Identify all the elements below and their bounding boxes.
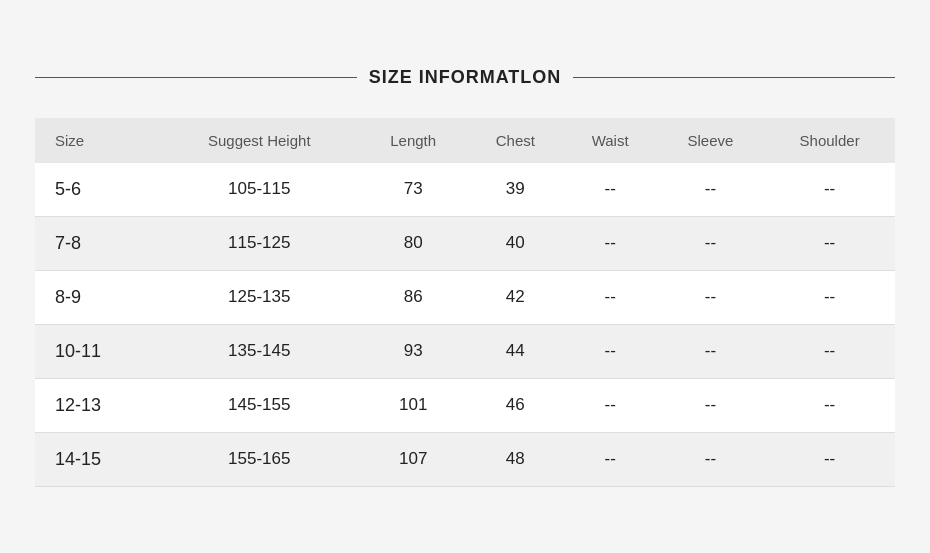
cell-1-3: 40: [467, 216, 564, 270]
page-title: SIZE INFORMATLON: [369, 67, 562, 88]
table-header: SizeSuggest HeightLengthChestWaistSleeve…: [35, 118, 895, 163]
table-row: 5-6105-1157339------: [35, 163, 895, 217]
cell-3-2: 93: [359, 324, 467, 378]
table-row: 8-9125-1358642------: [35, 270, 895, 324]
header-col-1: Suggest Height: [159, 118, 359, 163]
table-row: 10-11135-1459344------: [35, 324, 895, 378]
table-row: 7-8115-1258040------: [35, 216, 895, 270]
cell-5-4: --: [564, 432, 657, 486]
table-row: 12-13145-15510146------: [35, 378, 895, 432]
cell-5-0: 14-15: [35, 432, 159, 486]
cell-1-1: 115-125: [159, 216, 359, 270]
cell-3-0: 10-11: [35, 324, 159, 378]
cell-0-3: 39: [467, 163, 564, 217]
cell-2-4: --: [564, 270, 657, 324]
cell-5-1: 155-165: [159, 432, 359, 486]
cell-0-6: --: [764, 163, 895, 217]
cell-4-5: --: [657, 378, 765, 432]
cell-2-1: 125-135: [159, 270, 359, 324]
cell-4-3: 46: [467, 378, 564, 432]
cell-3-1: 135-145: [159, 324, 359, 378]
cell-5-5: --: [657, 432, 765, 486]
cell-3-3: 44: [467, 324, 564, 378]
cell-4-6: --: [764, 378, 895, 432]
cell-4-1: 145-155: [159, 378, 359, 432]
cell-2-2: 86: [359, 270, 467, 324]
header-col-5: Sleeve: [657, 118, 765, 163]
cell-1-4: --: [564, 216, 657, 270]
cell-3-4: --: [564, 324, 657, 378]
cell-2-0: 8-9: [35, 270, 159, 324]
cell-5-2: 107: [359, 432, 467, 486]
header-col-0: Size: [35, 118, 159, 163]
cell-2-3: 42: [467, 270, 564, 324]
cell-0-2: 73: [359, 163, 467, 217]
cell-1-6: --: [764, 216, 895, 270]
cell-1-5: --: [657, 216, 765, 270]
title-line-right: [573, 77, 895, 78]
header-row: SizeSuggest HeightLengthChestWaistSleeve…: [35, 118, 895, 163]
title-wrapper: SIZE INFORMATLON: [35, 67, 895, 88]
cell-0-0: 5-6: [35, 163, 159, 217]
main-container: SIZE INFORMATLON SizeSuggest HeightLengt…: [15, 37, 915, 517]
header-col-2: Length: [359, 118, 467, 163]
title-line-left: [35, 77, 357, 78]
cell-3-5: --: [657, 324, 765, 378]
table-body: 5-6105-1157339------7-8115-1258040------…: [35, 163, 895, 487]
cell-3-6: --: [764, 324, 895, 378]
header-col-6: Shoulder: [764, 118, 895, 163]
cell-0-1: 105-115: [159, 163, 359, 217]
cell-0-4: --: [564, 163, 657, 217]
cell-4-4: --: [564, 378, 657, 432]
cell-1-0: 7-8: [35, 216, 159, 270]
cell-4-0: 12-13: [35, 378, 159, 432]
cell-4-2: 101: [359, 378, 467, 432]
cell-5-3: 48: [467, 432, 564, 486]
header-col-3: Chest: [467, 118, 564, 163]
size-table: SizeSuggest HeightLengthChestWaistSleeve…: [35, 118, 895, 487]
cell-5-6: --: [764, 432, 895, 486]
cell-2-5: --: [657, 270, 765, 324]
cell-2-6: --: [764, 270, 895, 324]
cell-0-5: --: [657, 163, 765, 217]
header-col-4: Waist: [564, 118, 657, 163]
table-row: 14-15155-16510748------: [35, 432, 895, 486]
cell-1-2: 80: [359, 216, 467, 270]
